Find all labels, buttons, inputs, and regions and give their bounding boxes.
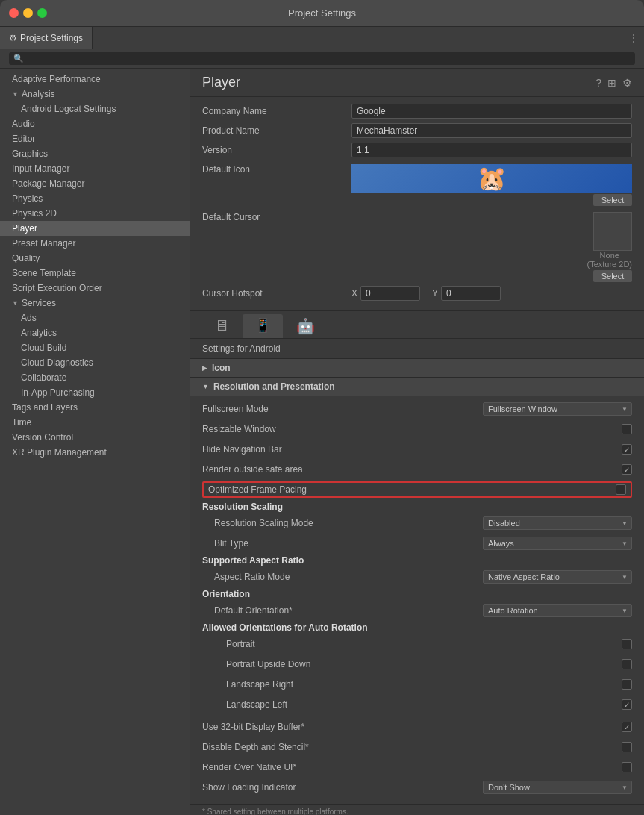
tab-label: Project Settings: [20, 33, 83, 43]
version-input[interactable]: [351, 143, 632, 157]
select-icon-button[interactable]: Select: [593, 194, 632, 206]
portrait-control: [622, 639, 632, 649]
toolbar: ⚙ Project Settings ⋮: [0, 27, 644, 49]
portrait-upside-control: [622, 659, 632, 669]
close-button[interactable]: [9, 8, 19, 18]
maximize-button[interactable]: [37, 8, 47, 18]
sidebar-item-android-logcat[interactable]: Android Logcat Settings: [0, 102, 190, 116]
portrait-upside-checkbox[interactable]: [622, 659, 632, 669]
landscape-left-checkbox[interactable]: [622, 699, 632, 710]
optimized-frame-checkbox[interactable]: [616, 484, 626, 495]
display-buffer-checkbox[interactable]: [622, 722, 632, 732]
default-cursor-value: None (Texture 2D) Select: [351, 212, 632, 282]
sidebar-item-graphics[interactable]: Graphics: [0, 146, 190, 161]
supported-aspect-title: Supported Aspect Ratio: [202, 555, 632, 566]
loading-indicator-label: Show Loading Indicator: [202, 782, 483, 793]
sidebar-item-physics-2d[interactable]: Physics 2D: [0, 206, 190, 221]
sidebar-item-analysis[interactable]: ▼ Analysis: [0, 87, 190, 102]
aspect-ratio-select[interactable]: Native Aspect Ratio: [483, 570, 632, 584]
sidebar-item-services[interactable]: ▼ Services: [0, 296, 190, 310]
portrait-upside-label: Portrait Upside Down: [226, 659, 622, 669]
tab-menu-button[interactable]: ⋮: [623, 30, 644, 46]
sidebar-item-package-manager[interactable]: Package Manager: [0, 176, 190, 191]
sidebar-item-version-control[interactable]: Version Control: [0, 430, 190, 445]
render-outside-row: Render outside safe area: [202, 461, 632, 478]
minimize-button[interactable]: [23, 8, 33, 18]
search-input[interactable]: [27, 54, 631, 63]
resizable-window-label: Resizable Window: [202, 424, 622, 434]
tab-android[interactable]: 📱: [243, 314, 283, 338]
hide-nav-bar-row: Hide Navigation Bar: [202, 441, 632, 458]
active-tab[interactable]: ⚙ Project Settings: [0, 27, 93, 49]
sidebar-item-audio[interactable]: Audio: [0, 116, 190, 131]
fullscreen-mode-select[interactable]: Fullscreen Window: [483, 402, 632, 416]
optimized-frame-row: Optimized Frame Pacing: [202, 481, 632, 498]
sidebar-item-cloud-build[interactable]: Cloud Build: [0, 340, 190, 355]
cursor-y-input[interactable]: [441, 286, 501, 301]
chevron-down-icon: ▼: [12, 90, 19, 98]
default-orientation-label: Default Orientation*: [214, 605, 483, 616]
sidebar-item-preset-manager[interactable]: Preset Manager: [0, 236, 190, 251]
sidebar-item-quality[interactable]: Quality: [0, 251, 190, 266]
sidebar-item-script-execution[interactable]: Script Execution Order: [0, 281, 190, 296]
sidebar-item-editor[interactable]: Editor: [0, 131, 190, 146]
display-buffer-control: [622, 722, 632, 732]
sidebar-item-tags-layers[interactable]: Tags and Layers: [0, 400, 190, 415]
icon-section-title: Icon: [212, 363, 231, 373]
company-name-input[interactable]: [351, 104, 632, 119]
sidebar-item-adaptive-performance[interactable]: Adaptive Performance: [0, 72, 190, 87]
tab-other[interactable]: 🤖: [284, 314, 327, 338]
fullscreen-mode-label: Fullscreen Mode: [202, 404, 483, 414]
landscape-right-label: Landscape Right: [226, 679, 622, 690]
depth-stencil-control: [622, 742, 632, 752]
chevron-down-icon-services: ▼: [12, 299, 19, 307]
x-label: X: [351, 288, 357, 299]
sidebar-item-in-app-purchasing[interactable]: In-App Purchasing: [0, 385, 190, 400]
loading-indicator-select[interactable]: Don't Show: [483, 781, 632, 794]
loading-indicator-row: Show Loading Indicator Don't Show: [202, 779, 632, 796]
default-cursor-row: Default Cursor None (Texture 2D) Select: [202, 209, 632, 282]
resolution-section-header[interactable]: ▼ Resolution and Presentation: [190, 378, 644, 396]
render-outside-checkbox[interactable]: [622, 464, 632, 475]
sidebar-item-collaborate[interactable]: Collaborate: [0, 370, 190, 385]
resolution-section-title: Resolution and Presentation: [213, 381, 335, 392]
depth-stencil-label: Disable Depth and Stencil*: [202, 742, 622, 752]
render-native-checkbox[interactable]: [622, 762, 632, 772]
resolution-scaling-mode-label: Resolution Scaling Mode: [214, 518, 483, 528]
sidebar-item-scene-template[interactable]: Scene Template: [0, 266, 190, 281]
cursor-x-input[interactable]: [360, 286, 420, 301]
default-orientation-select[interactable]: Auto Rotation: [483, 604, 632, 617]
search-bar: 🔍: [0, 49, 644, 69]
sidebar-item-time[interactable]: Time: [0, 415, 190, 430]
select-cursor-button[interactable]: Select: [593, 270, 632, 282]
sidebar-item-input-manager[interactable]: Input Manager: [0, 161, 190, 176]
help-icon[interactable]: ?: [595, 77, 601, 89]
cursor-y-field: Y: [432, 286, 501, 301]
sidebar-item-ads[interactable]: Ads: [0, 310, 190, 325]
tab-desktop[interactable]: 🖥: [202, 314, 241, 338]
settings-icon[interactable]: ⚙: [622, 77, 632, 89]
sidebar-item-xr-plugin[interactable]: XR Plugin Management: [0, 445, 190, 460]
sidebar-item-player[interactable]: Player: [0, 221, 190, 236]
blit-type-select[interactable]: Always: [483, 537, 632, 550]
resolution-scaling-select[interactable]: Disabled: [483, 516, 632, 530]
resizable-window-checkbox[interactable]: [622, 424, 632, 434]
layout-icon[interactable]: ⊞: [607, 77, 616, 89]
product-name-input[interactable]: [351, 123, 632, 138]
depth-stencil-checkbox[interactable]: [622, 742, 632, 752]
resolution-scaling-mode-row: Resolution Scaling Mode Disabled: [202, 515, 632, 531]
portrait-row: Portrait: [202, 636, 632, 652]
resizable-window-row: Resizable Window: [202, 421, 632, 437]
fullscreen-mode-row: Fullscreen Mode Fullscreen Window: [202, 401, 632, 417]
sidebar-item-analytics[interactable]: Analytics: [0, 325, 190, 340]
sidebar-item-cloud-diagnostics[interactable]: Cloud Diagnostics: [0, 355, 190, 370]
aspect-ratio-control: Native Aspect Ratio: [483, 570, 632, 584]
fullscreen-dropdown-wrap: Fullscreen Window: [483, 402, 632, 416]
portrait-checkbox[interactable]: [622, 639, 632, 649]
icon-section-header[interactable]: ▶ Icon: [190, 359, 644, 378]
sidebar-item-physics[interactable]: Physics: [0, 191, 190, 206]
aspect-ratio-mode-row: Aspect Ratio Mode Native Aspect Ratio: [202, 569, 632, 585]
landscape-right-checkbox[interactable]: [622, 679, 632, 690]
window-title: Project Settings: [288, 7, 356, 19]
hide-nav-bar-checkbox[interactable]: [622, 444, 632, 455]
